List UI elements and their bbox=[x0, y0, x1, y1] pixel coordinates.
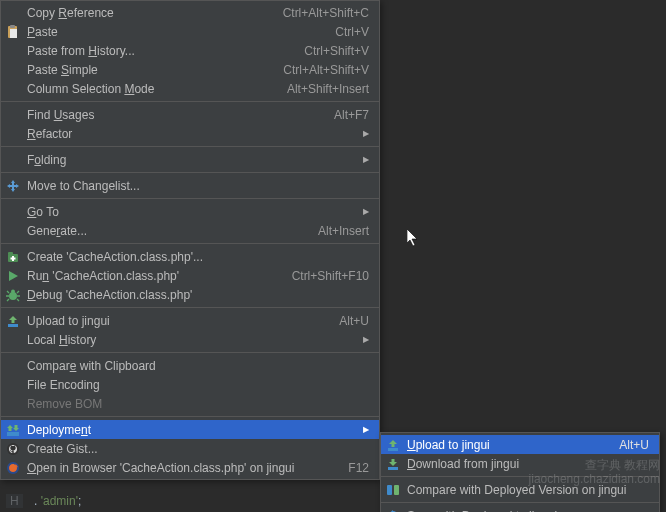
svg-rect-4 bbox=[8, 252, 13, 255]
run-icon bbox=[5, 268, 21, 284]
menu-item-folding[interactable]: Folding▶ bbox=[1, 150, 379, 169]
svg-point-11 bbox=[7, 443, 19, 455]
deploy-icon bbox=[5, 422, 21, 438]
blank-icon bbox=[5, 152, 21, 168]
blank-icon bbox=[5, 126, 21, 142]
svg-rect-10 bbox=[7, 432, 19, 436]
svg-rect-1 bbox=[10, 25, 15, 28]
menu-item-column-selection-mode[interactable]: Column Selection ModeAlt+Shift+Insert bbox=[1, 79, 379, 98]
submenu-arrow-icon: ▶ bbox=[363, 335, 369, 344]
menu-label: Open in Browser 'CacheAction.class.php' … bbox=[27, 461, 328, 475]
menu-label: Compare with Deployed Version on jingui bbox=[407, 483, 649, 497]
menu-label: Compare with Clipboard bbox=[27, 359, 369, 373]
compare-icon bbox=[385, 482, 401, 498]
menu-item-sync-with-deployed-to-jingui[interactable]: Sync with Deployed to jingui... bbox=[381, 506, 659, 512]
blank-icon bbox=[5, 62, 21, 78]
menu-item-open-in-browser-cacheaction-class-php-on[interactable]: Open in Browser 'CacheAction.class.php' … bbox=[1, 458, 379, 477]
menu-label: Go To bbox=[27, 205, 353, 219]
blank-icon bbox=[5, 332, 21, 348]
menu-item-paste-simple[interactable]: Paste SimpleCtrl+Alt+Shift+V bbox=[1, 60, 379, 79]
menu-label: Create 'CacheAction.class.php'... bbox=[27, 250, 369, 264]
menu-label: Column Selection Mode bbox=[27, 82, 267, 96]
menu-separator bbox=[1, 101, 379, 102]
blank-icon bbox=[5, 5, 21, 21]
move-icon bbox=[5, 178, 21, 194]
menu-item-create-gist[interactable]: Create Gist... bbox=[1, 439, 379, 458]
blank-icon bbox=[5, 396, 21, 412]
gutter-letter: H bbox=[6, 494, 23, 508]
menu-separator bbox=[1, 416, 379, 417]
menu-item-upload-to-jingui[interactable]: Upload to jinguiAlt+U bbox=[381, 435, 659, 454]
menu-label: Refactor bbox=[27, 127, 353, 141]
menu-shortcut: Alt+U bbox=[339, 314, 369, 328]
menu-item-go-to[interactable]: Go To▶ bbox=[1, 202, 379, 221]
menu-item-remove-bom: Remove BOM bbox=[1, 394, 379, 413]
menu-label: Find Usages bbox=[27, 108, 314, 122]
menu-label: Folding bbox=[27, 153, 353, 167]
menu-label: Generate... bbox=[27, 224, 298, 238]
menu-separator bbox=[381, 502, 659, 503]
menu-separator bbox=[1, 352, 379, 353]
blank-icon bbox=[5, 358, 21, 374]
svg-rect-16 bbox=[394, 485, 399, 495]
menu-item-compare-with-deployed-version-on-jingui[interactable]: Compare with Deployed Version on jingui bbox=[381, 480, 659, 499]
submenu-arrow-icon: ▶ bbox=[363, 425, 369, 434]
menu-item-create-cacheaction-class-php[interactable]: Create 'CacheAction.class.php'... bbox=[1, 247, 379, 266]
upload-icon bbox=[5, 313, 21, 329]
menu-shortcut: Alt+F7 bbox=[334, 108, 369, 122]
menu-shortcut: F12 bbox=[348, 461, 369, 475]
menu-item-debug-cacheaction-class-php[interactable]: Debug 'CacheAction.class.php' bbox=[1, 285, 379, 304]
menu-item-paste[interactable]: PasteCtrl+V bbox=[1, 22, 379, 41]
upload-icon bbox=[385, 437, 401, 453]
blank-icon bbox=[5, 43, 21, 59]
menu-item-upload-to-jingui[interactable]: Upload to jinguiAlt+U bbox=[1, 311, 379, 330]
menu-separator bbox=[1, 307, 379, 308]
menu-item-run-cacheaction-class-php[interactable]: Run 'CacheAction.class.php'Ctrl+Shift+F1… bbox=[1, 266, 379, 285]
menu-shortcut: Ctrl+V bbox=[335, 25, 369, 39]
code-line: H . 'admin'; bbox=[6, 492, 81, 508]
blank-icon bbox=[5, 81, 21, 97]
menu-label: Download from jingui bbox=[407, 457, 649, 471]
menu-shortcut: Ctrl+Alt+Shift+C bbox=[283, 6, 369, 20]
blank-icon bbox=[5, 223, 21, 239]
svg-rect-9 bbox=[8, 324, 18, 327]
menu-separator bbox=[1, 146, 379, 147]
svg-rect-6 bbox=[11, 257, 16, 259]
blank-icon bbox=[5, 377, 21, 393]
menu-item-file-encoding[interactable]: File Encoding bbox=[1, 375, 379, 394]
menu-separator bbox=[1, 172, 379, 173]
menu-label: Paste from History... bbox=[27, 44, 284, 58]
menu-item-refactor[interactable]: Refactor▶ bbox=[1, 124, 379, 143]
context-menu-main: Copy ReferenceCtrl+Alt+Shift+CPasteCtrl+… bbox=[0, 0, 380, 480]
menu-separator bbox=[1, 198, 379, 199]
menu-label: Sync with Deployed to jingui... bbox=[407, 509, 649, 513]
menu-item-local-history[interactable]: Local History▶ bbox=[1, 330, 379, 349]
menu-item-generate[interactable]: Generate...Alt+Insert bbox=[1, 221, 379, 240]
menu-item-copy-reference[interactable]: Copy ReferenceCtrl+Alt+Shift+C bbox=[1, 3, 379, 22]
menu-label: File Encoding bbox=[27, 378, 369, 392]
menu-label: Copy Reference bbox=[27, 6, 263, 20]
menu-label: Paste Simple bbox=[27, 63, 263, 77]
paste-icon bbox=[5, 24, 21, 40]
blank-icon bbox=[5, 204, 21, 220]
svg-rect-15 bbox=[387, 485, 392, 495]
menu-label: Remove BOM bbox=[27, 397, 369, 411]
menu-item-paste-from-history[interactable]: Paste from History...Ctrl+Shift+V bbox=[1, 41, 379, 60]
menu-label: Upload to jingui bbox=[407, 438, 599, 452]
submenu-arrow-icon: ▶ bbox=[363, 155, 369, 164]
gist-icon bbox=[5, 441, 21, 457]
download-icon bbox=[385, 456, 401, 472]
menu-shortcut: Ctrl+Shift+V bbox=[304, 44, 369, 58]
menu-label: Paste bbox=[27, 25, 315, 39]
menu-item-download-from-jingui[interactable]: Download from jingui bbox=[381, 454, 659, 473]
menu-label: Move to Changelist... bbox=[27, 179, 369, 193]
menu-item-compare-with-clipboard[interactable]: Compare with Clipboard bbox=[1, 356, 379, 375]
menu-shortcut: Ctrl+Alt+Shift+V bbox=[283, 63, 369, 77]
menu-item-find-usages[interactable]: Find UsagesAlt+F7 bbox=[1, 105, 379, 124]
svg-rect-13 bbox=[388, 448, 398, 451]
menu-separator bbox=[1, 243, 379, 244]
menu-item-move-to-changelist[interactable]: Move to Changelist... bbox=[1, 176, 379, 195]
submenu-arrow-icon: ▶ bbox=[363, 207, 369, 216]
menu-shortcut: Alt+U bbox=[619, 438, 649, 452]
menu-item-deployment[interactable]: Deployment▶ bbox=[1, 420, 379, 439]
